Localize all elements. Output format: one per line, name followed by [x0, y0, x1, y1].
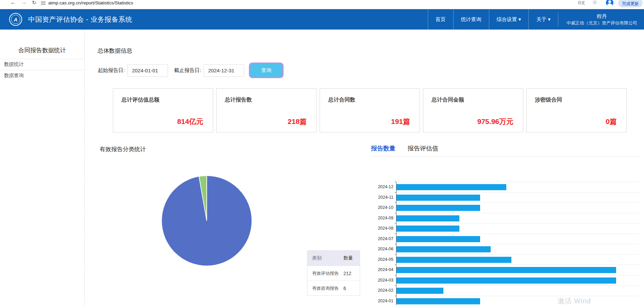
nav-menu-item[interactable]: 关于 ▾ — [528, 9, 558, 30]
legend-table-row: 有效咨询报告 6 — [307, 281, 360, 295]
bar — [396, 277, 616, 284]
bar-track — [396, 244, 639, 254]
legend-col-count: 数量 — [340, 255, 360, 261]
bar — [396, 288, 443, 294]
bar-chart: 2024-12 2024-11 2024-10 — [371, 182, 639, 305]
bar-category-label: 2024-03 — [371, 275, 396, 286]
bar-chart-row: 2024-12 — [371, 182, 639, 192]
stat-card-title: 总计报告数 — [225, 96, 252, 104]
bar — [396, 205, 480, 211]
bar-category-label: 2024-05 — [371, 254, 396, 265]
start-date-input[interactable] — [127, 64, 168, 77]
stat-card-value: 0篇 — [606, 117, 617, 126]
user-name: 程丹 — [597, 13, 607, 20]
stat-card-title: 总计合同数 — [328, 96, 355, 104]
chart-tabs: 报告数量 报告评估值 — [371, 144, 438, 152]
sidebar-item[interactable]: 数据统计 — [0, 59, 84, 70]
bar-chart-row: 2024-04 — [371, 265, 639, 275]
pie-section-title: 有效报告分类统计 — [100, 145, 146, 153]
pie-legend-table: 类别 数量 有效评估报告 212 有效咨询报告 6 — [307, 250, 360, 296]
bar — [396, 246, 491, 252]
main-content: 总体数据信息 起始报告日: 截止报告日: 查询 总计评估值总额 814亿元 总计… — [85, 30, 644, 305]
stat-cards: 总计评估值总额 814亿元 总计报告数 218篇 总计合同数 191篇 总计合同… — [113, 88, 627, 132]
site-info-icon[interactable] — [41, 1, 46, 5]
end-date-input[interactable] — [203, 64, 244, 77]
bar — [396, 195, 480, 201]
app-navbar: A 中国资产评估协会 - 业务报备系统 首页统计查询综合设置 ▾关于 ▾ 程丹 … — [0, 9, 644, 30]
query-button[interactable]: 查询 — [250, 64, 282, 77]
stat-card-title: 涉密级合同 — [535, 96, 562, 104]
stat-card-value: 975.96万元 — [477, 117, 513, 126]
nav-menu-item[interactable]: 综合设置 ▾ — [489, 9, 529, 30]
tab-report-value[interactable]: 报告评估值 — [408, 144, 438, 152]
stat-card: 总计合同金额 975.96万元 — [423, 88, 523, 132]
legend-col-category: 类别 — [307, 255, 340, 261]
tab-report-count[interactable]: 报告数量 — [371, 144, 395, 152]
translate-icon[interactable]: G文 — [578, 0, 585, 6]
bar-track — [396, 296, 639, 305]
bar-category-label: 2024-07 — [371, 234, 396, 244]
forward-icon[interactable]: → — [21, 0, 27, 6]
stat-card-value: 218篇 — [288, 117, 307, 126]
reload-icon[interactable]: ↻ — [32, 0, 36, 6]
bar-category-label: 2024-08 — [371, 223, 396, 234]
bar-track — [396, 234, 639, 244]
association-logo-icon: A — [9, 13, 22, 26]
svg-text:A: A — [14, 17, 18, 22]
app-title: 中国资产评估协会 - 业务报备系统 — [28, 15, 132, 24]
bar-chart-row: 2024-11 — [371, 192, 639, 203]
page: ← → ↻ aimp.cas.org.cn/report/Statistics/… — [0, 0, 644, 305]
sidebar-item[interactable]: 数据查询 — [0, 70, 84, 81]
bar — [396, 236, 480, 242]
stat-card-title: 总计合同金额 — [431, 96, 464, 104]
bar-category-label: 2024-04 — [371, 265, 396, 275]
browser-update-button[interactable]: 完成更新 — [618, 0, 643, 7]
bar-chart-row: 2024-07 — [371, 234, 639, 244]
stat-card: 总计报告数 218篇 — [216, 88, 317, 132]
bar — [396, 257, 511, 263]
bar — [396, 215, 459, 221]
user-block[interactable]: 程丹 中威正信（北京）资产评估有限公司 — [558, 13, 643, 26]
bar-category-label: 2024-09 — [371, 213, 396, 223]
bar-track — [396, 285, 639, 296]
browser-profile-avatar[interactable] — [606, 0, 613, 6]
bar-chart-row: 2024-01 — [371, 296, 639, 305]
bar-category-label: 2024-01 — [371, 296, 396, 305]
bar — [396, 184, 506, 190]
stat-card: 总计合同数 191篇 — [320, 88, 420, 132]
nav-menu-item[interactable]: 统计查询 — [453, 9, 489, 30]
address-bar[interactable]: aimp.cas.org.cn/report/Statistics/Statis… — [48, 0, 133, 5]
bar-chart-row: 2024-09 — [371, 213, 639, 223]
bar-chart-row: 2024-08 — [371, 223, 639, 234]
bar-chart-row: 2024-10 — [371, 202, 639, 213]
nav-menu-item[interactable]: 首页 — [428, 9, 453, 30]
back-icon[interactable]: ← — [10, 0, 16, 6]
bar-track — [396, 275, 639, 286]
stat-card-value: 191篇 — [391, 117, 410, 126]
section-title: 总体数据信息 — [98, 47, 132, 55]
filter-row: 起始报告日: 截止报告日: 查询 — [98, 64, 282, 77]
bar-category-label: 2024-12 — [371, 182, 396, 192]
bar-track — [396, 192, 639, 203]
bar-chart-row: 2024-05 — [371, 254, 639, 265]
stat-card: 总计评估值总额 814亿元 — [113, 88, 213, 132]
bar-chart-row: 2024-03 — [371, 275, 639, 286]
browser-toolbar: ← → ↻ aimp.cas.org.cn/report/Statistics/… — [0, 0, 644, 9]
bar-track — [396, 182, 639, 192]
stat-card-value: 814亿元 — [177, 117, 203, 126]
bookmark-star-icon[interactable]: ☆ — [592, 0, 597, 5]
bar — [396, 267, 616, 273]
bar-chart-row: 2024-02 — [371, 285, 639, 296]
bar-category-label: 2024-02 — [371, 285, 396, 296]
bar-category-label: 2024-10 — [371, 202, 396, 213]
activate-windows-watermark: 激活 Wind — [558, 297, 591, 305]
bar-chart-row: 2024-06 — [371, 244, 639, 254]
legend-table-header: 类别 数量 — [307, 251, 360, 266]
bar — [396, 226, 459, 232]
pie-slice-divider — [206, 176, 207, 221]
bar-track — [396, 213, 639, 223]
sidebar: 合同报告数据统计 数据统计数据查询 — [0, 30, 85, 305]
bar-track — [396, 202, 639, 213]
bar-category-label: 2024-06 — [371, 244, 396, 254]
legend-table-row: 有效评估报告 212 — [307, 266, 360, 281]
